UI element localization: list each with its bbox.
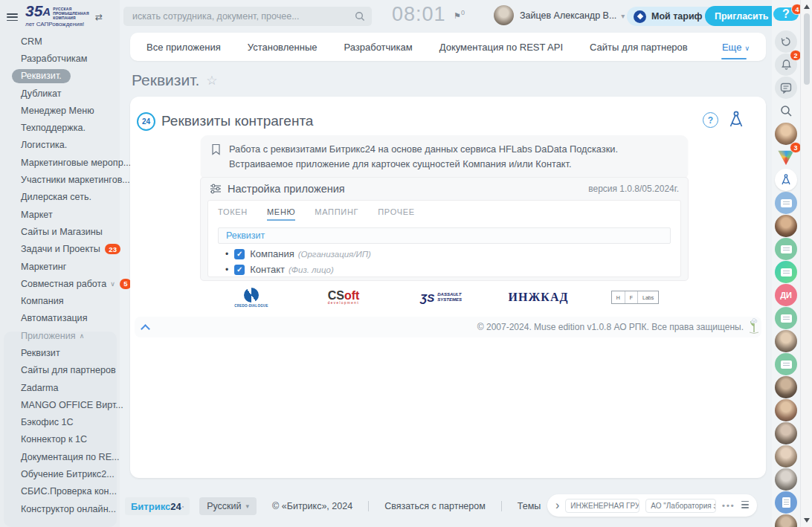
dock-list-icon[interactable] [741,501,749,511]
sidebar-item-training[interactable]: Обучение Битрикс2... [0,465,120,482]
hflabs-logo[interactable]: H F Labs [608,288,662,307]
chat-chip-1[interactable]: ИНЖЕНЕРНАЯ ГРУПП... [565,499,639,513]
document-chat-icon[interactable] [775,491,797,514]
themes-link[interactable]: Темы [518,501,541,511]
scroll-thumb[interactable] [804,13,810,85]
tab-rest-api-docs[interactable]: Документация по REST API [439,42,563,53]
settings-tab-other[interactable]: ПРОЧЕЕ [378,207,415,221]
help-button[interactable]: ?4 [773,7,799,21]
chat-avatar[interactable] [775,445,797,468]
csoft-logo[interactable]: CSoft development [320,285,367,310]
sidebar-item-mango-office[interactable]: MANGO OFFICE Вирт... [0,396,120,413]
chat-avatar[interactable] [775,468,797,491]
favorite-star-icon[interactable]: ☆ [206,73,217,88]
sidebar-item-connector-1c[interactable]: Коннектор к 1С [0,431,120,448]
settings-tab-mapping[interactable]: МАППИНГ [315,207,358,221]
sidebar-item-sites-stores[interactable]: Сайты и Магазины [0,223,120,240]
user-avatar[interactable] [494,5,514,25]
divider [368,501,369,511]
contact-card-chat-icon[interactable] [775,353,797,375]
sidebar-item-dublikat[interactable]: Дубликат [0,85,120,102]
company-checkbox[interactable]: ✓ [234,249,245,259]
sidebar-item-marketing[interactable]: Маркетинг [0,258,120,275]
tab-partner-sites[interactable]: Сайты для партнеров [590,42,688,53]
contact-card-chat-icon[interactable] [775,261,797,283]
rpk-compass-chat-icon[interactable] [775,169,797,191]
notifications-bell-icon[interactable]: 2 [775,54,797,76]
chat-avatar[interactable] [775,215,797,237]
chat-avatar[interactable] [775,376,797,398]
sidebar-item-developers[interactable]: Разработчикам [0,50,120,67]
inzhkad-logo[interactable]: ИНЖКАД [515,286,561,308]
global-search [123,7,372,26]
tab-all-apps[interactable]: Все приложения [146,42,221,53]
sidebar-item-sbis[interactable]: СБИС.Проверка кон... [0,483,120,500]
sidebar-item-manager-menu[interactable]: Менеджер Меню [0,102,120,119]
sidebar-item-tasks-projects[interactable]: Задачи и Проекты23 [0,241,120,258]
credo-dialogue-logo[interactable]: CREDO-DIALOGUE [229,285,274,310]
sidebar-item-partner-sites[interactable]: Сайты для партнеров [0,362,120,379]
worktime-flag[interactable]: ⚑0 [454,9,465,21]
chat-avatar[interactable] [775,330,797,352]
sidebar-item-marketing-events[interactable]: Маркетинговые меропр... [0,154,120,171]
sidebar-item-crm[interactable]: CRM [0,33,120,50]
search-input[interactable] [123,7,372,26]
rail-search-icon[interactable] [775,100,797,122]
sidebar-item-marketing-members[interactable]: Участники маркетингов... [0,171,120,188]
messenger-icon[interactable] [775,77,797,99]
dassault-systemes-logo[interactable]: ƷS DASSAULTSYSTEMES [413,285,468,310]
marker-chat-icon[interactable]: 3 [775,146,797,168]
contact-partner-link[interactable]: Связаться с партнером [384,501,486,511]
sidebar-item-rekvizit-app[interactable]: Реквизит [0,344,120,361]
dock-more-icon[interactable]: ••• [722,501,735,510]
chat-avatar[interactable] [775,399,797,421]
rpk-compass-icon[interactable] [727,110,745,129]
initials-chat-avatar[interactable]: ДИ [775,284,797,306]
bitrix24-footer-logo[interactable]: Битрикс24◦ [125,497,190,515]
sidebar-item-company[interactable]: Компания [0,292,120,309]
tab-installed[interactable]: Установленные [248,42,318,53]
worktime-clock[interactable]: 08:01 [392,3,446,26]
settings-header: Настройка приложения версия 1.0.8/05.202… [201,178,688,198]
settings-section-rekvizit[interactable]: Реквизит [218,227,671,244]
contact-checkbox[interactable]: ✓ [234,265,245,275]
chat-chip-2[interactable]: АО "Лаборатория эле... [645,499,716,513]
sidebar-item-rest-docs[interactable]: Документация по RE... [0,448,120,465]
sidebar-item-rekvizit-active[interactable]: Реквизит. [0,68,120,85]
collapse-chevron-icon[interactable] [141,324,150,334]
scroll-down-arrow[interactable] [804,518,810,523]
sidebar-settings-icon[interactable]: ⇄ [95,12,103,22]
settings-tab-menu[interactable]: МЕНЮ [267,207,295,221]
tab-developers[interactable]: Разработчикам [344,42,412,53]
sidebar-item-support[interactable]: Техподдержка. [0,119,120,136]
sidebar-item-collaboration[interactable]: Совместная работа∨5 [0,275,120,292]
page-scrollbar[interactable] [800,0,812,527]
sidebar-item-backoffice-1c[interactable]: Бэкофис 1С [0,414,120,431]
active-tab-underline [721,58,747,59]
user-menu[interactable]: Зайцев Александр В...▾ [520,10,625,21]
chat-avatar[interactable] [775,422,797,444]
sidebar-item-constructor[interactable]: Конструктор онлайн... [0,500,120,517]
sidebar-item-dealer-network[interactable]: Дилерская сеть. [0,189,120,206]
scroll-up-arrow[interactable] [804,4,810,9]
dock-expand-icon[interactable]: › [555,499,559,511]
sidebar-item-automation[interactable]: Автоматизация [0,310,120,327]
chat-avatar[interactable] [775,514,797,527]
sidebar-item-label: Конструктор онлайн... [21,504,116,514]
sidebar-item-label: Дилерская сеть. [21,192,91,202]
language-selector[interactable]: Русский▾ [199,497,257,515]
menu-burger-icon[interactable] [7,13,18,22]
contact-card-chat-icon[interactable] [775,307,797,329]
tab-more[interactable]: Еще∨ [722,42,750,53]
sidebar-item-label: Zadarma [21,383,58,393]
settings-tab-token[interactable]: ТОКЕН [218,207,248,221]
contact-card-chat-icon[interactable] [775,192,797,214]
bookmark-icon [211,143,221,155]
sidebar-item-logistics[interactable]: Логистика. [0,137,120,154]
help-icon[interactable]: ? [703,112,718,128]
sidebar-item-zadarma[interactable]: Zadarma [0,379,120,396]
sidebar-item-market[interactable]: Маркет [0,206,120,223]
sidebar-item-label: СБИС.Проверка кон... [21,486,117,497]
contact-card-chat-icon[interactable] [775,238,797,260]
sidebar-item-applications[interactable]: Приложения∧ [0,327,120,344]
